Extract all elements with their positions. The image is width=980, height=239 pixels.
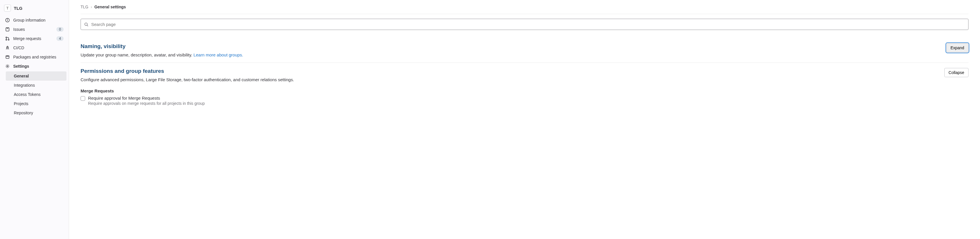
svg-point-5 (6, 39, 7, 40)
subnav-item-projects[interactable]: Projects (6, 99, 67, 108)
sidebar-item-label: Merge requests (13, 36, 53, 41)
info-icon (5, 18, 10, 22)
issues-icon (5, 27, 10, 32)
checkbox-label[interactable]: Require approval for Merge Requests (88, 96, 205, 100)
rocket-icon (5, 46, 10, 50)
sidebar-header[interactable]: T TLG (2, 2, 67, 14)
svg-rect-3 (6, 28, 9, 31)
sidebar-item-label: Issues (13, 27, 53, 32)
merge-requests-heading: Merge Requests (81, 88, 969, 93)
group-avatar: T (4, 5, 11, 11)
svg-point-6 (8, 39, 9, 40)
sidebar-item-label: Settings (13, 64, 64, 69)
sidebar-item-cicd[interactable]: CI/CD (2, 43, 67, 53)
subnav-item-access-tokens[interactable]: Access Tokens (6, 90, 67, 99)
subnav-item-integrations[interactable]: Integrations (6, 81, 67, 90)
sidebar-item-group-information[interactable]: Group information (2, 16, 67, 25)
settings-subnav: General Integrations Access Tokens Proje… (2, 72, 67, 118)
section-permissions: Permissions and group features Configure… (81, 63, 969, 111)
sidebar-item-label: Packages and registries (13, 55, 64, 59)
svg-point-4 (6, 37, 7, 38)
collapse-button[interactable]: Collapse (944, 68, 969, 77)
require-approval-checkbox[interactable] (81, 96, 85, 101)
section-description: Configure advanced permissions, Large Fi… (81, 77, 294, 82)
search-icon (84, 22, 89, 27)
chevron-right-icon: › (91, 5, 92, 9)
svg-point-10 (85, 23, 88, 25)
learn-more-link[interactable]: Learn more about groups. (193, 53, 243, 57)
subnav-item-general[interactable]: General (6, 72, 67, 81)
section-description: Update your group name, description, ava… (81, 53, 243, 57)
svg-line-11 (87, 25, 88, 26)
sidebar-item-label: Group information (13, 18, 64, 22)
package-icon (5, 55, 10, 59)
gear-icon (5, 64, 10, 69)
section-naming-visibility: Naming, visibility Update your group nam… (81, 38, 969, 63)
search-wrap (81, 19, 969, 30)
sidebar-item-settings[interactable]: Settings (2, 62, 67, 71)
breadcrumb-parent[interactable]: TLG (81, 5, 88, 9)
issues-badge: 0 (56, 27, 64, 32)
breadcrumb-current: General settings (94, 5, 126, 9)
expand-button[interactable]: Expand (947, 43, 969, 53)
subnav-item-repository[interactable]: Repository (6, 108, 67, 118)
merge-requests-badge: 4 (56, 36, 64, 41)
breadcrumb: TLG › General settings (81, 5, 969, 14)
merge-icon (5, 36, 10, 41)
sidebar-item-packages[interactable]: Packages and registries (2, 53, 67, 62)
sidebar-item-merge-requests[interactable]: Merge requests 4 (2, 34, 67, 43)
search-input[interactable] (81, 19, 969, 30)
merge-requests-block: Merge Requests Require approval for Merg… (81, 88, 969, 106)
svg-point-7 (7, 47, 8, 48)
sidebar: T TLG Group information Issues 0 Merge r… (0, 0, 69, 239)
sidebar-item-label: CI/CD (13, 46, 64, 50)
sidebar-item-issues[interactable]: Issues 0 (2, 25, 67, 34)
svg-point-9 (7, 66, 8, 67)
main-content: TLG › General settings Naming, visibilit… (69, 0, 980, 239)
section-title: Naming, visibility (81, 43, 243, 49)
group-title: TLG (14, 6, 22, 11)
checkbox-help: Require approvals on merge requests for … (88, 101, 205, 106)
section-title: Permissions and group features (81, 68, 294, 74)
